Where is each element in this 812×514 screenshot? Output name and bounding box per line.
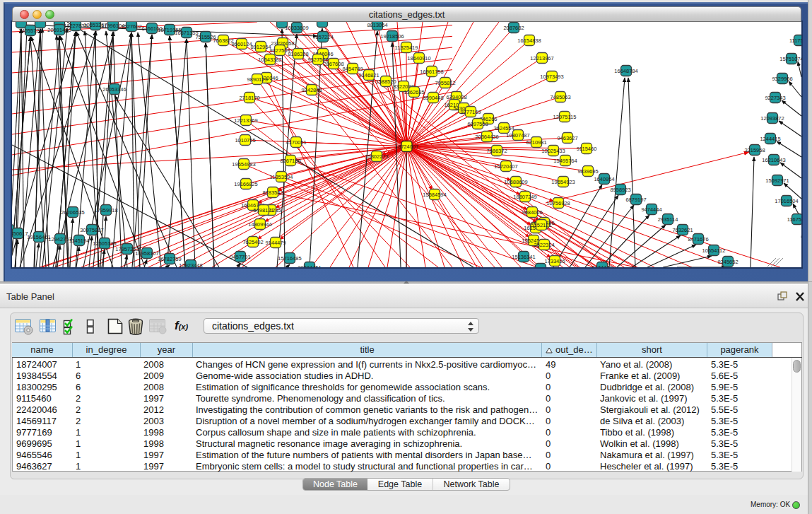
svg-text:9777169: 9777169 (460, 109, 481, 115)
svg-text:19218506: 19218506 (380, 33, 404, 40)
svg-text:3215958: 3215958 (744, 147, 765, 153)
svg-text:30975887: 30975887 (80, 227, 103, 233)
svg-text:10025433: 10025433 (541, 148, 565, 154)
svg-text:15495764: 15495764 (553, 158, 577, 164)
svg-text:16782759: 16782759 (158, 256, 181, 262)
svg-text:15720407: 15720407 (494, 163, 517, 170)
svg-text:10807487: 10807487 (506, 132, 529, 139)
svg-text:1733426: 1733426 (544, 258, 565, 264)
svg-text:16210643: 16210643 (762, 157, 785, 163)
svg-text:15302273: 15302273 (365, 153, 388, 160)
svg-text:7663822: 7663822 (213, 37, 233, 44)
svg-text:5152121: 5152121 (531, 222, 551, 228)
svg-text:1167534: 1167534 (787, 216, 801, 223)
svg-text:8958923: 8958923 (610, 187, 630, 193)
svg-text:16961758: 16961758 (420, 69, 443, 75)
svg-text:8267150: 8267150 (280, 158, 300, 164)
svg-text:6897568: 6897568 (467, 121, 488, 127)
svg-text:15136142: 15136142 (529, 266, 552, 267)
svg-text:2867608: 2867608 (323, 61, 343, 67)
svg-text:1362635: 1362635 (404, 89, 424, 95)
svg-text:6879197: 6879197 (625, 197, 646, 203)
svg-text:4170051: 4170051 (286, 139, 306, 146)
svg-text:9327509: 9327509 (269, 47, 290, 54)
svg-text:12975115: 12975115 (553, 114, 577, 120)
svg-text:9474444: 9474444 (641, 206, 661, 213)
svg-text:12942757: 12942757 (48, 236, 71, 243)
svg-text:8813054: 8813054 (367, 22, 387, 28)
svg-text:8471676: 8471676 (688, 236, 708, 243)
svg-text:12923448: 12923448 (179, 262, 202, 267)
svg-text:17359918: 17359918 (94, 207, 117, 214)
svg-text:15716485: 15716485 (278, 255, 301, 262)
svg-text:19156461: 19156461 (27, 234, 50, 240)
svg-text:15751074: 15751074 (779, 56, 801, 62)
svg-text:1117535: 1117535 (789, 37, 801, 44)
svg-text:9890123: 9890123 (247, 76, 267, 83)
svg-text:8454749: 8454749 (342, 66, 363, 72)
svg-text:7955812: 7955812 (435, 80, 455, 86)
svg-text:9245652: 9245652 (717, 259, 738, 265)
svg-text:9144479: 9144479 (265, 240, 286, 246)
svg-text:9146821: 9146821 (358, 72, 379, 78)
svg-text:9227343: 9227343 (765, 95, 785, 101)
svg-text:2087682: 2087682 (503, 25, 524, 31)
svg-text:10688609: 10688609 (504, 179, 527, 185)
svg-text:7886372: 7886372 (486, 148, 507, 154)
svg-text:18807249: 18807249 (513, 194, 536, 200)
svg-text:6210981: 6210981 (526, 139, 546, 146)
svg-text:15692971: 15692971 (765, 177, 789, 184)
svg-text:8990448: 8990448 (423, 95, 443, 101)
svg-text:10543382: 10543382 (258, 57, 281, 63)
svg-text:12213967: 12213967 (530, 55, 553, 62)
svg-text:2935114: 2935114 (658, 216, 678, 223)
svg-text:9463627: 9463627 (557, 135, 577, 141)
svg-text:1450617: 1450617 (12, 230, 28, 237)
svg-text:10973493: 10973493 (540, 74, 563, 80)
svg-text:7857224: 7857224 (312, 34, 333, 40)
svg-text:11325419: 11325419 (395, 45, 418, 51)
svg-text:9839695: 9839695 (577, 168, 598, 175)
svg-text:26206535: 26206535 (61, 209, 84, 216)
svg-text:19654923: 19654923 (551, 179, 575, 185)
svg-text:1010755: 1010755 (235, 137, 255, 144)
svg-text:3624554: 3624554 (493, 125, 514, 132)
svg-text:7632621: 7632621 (672, 227, 693, 233)
svg-text:18640910: 18640910 (407, 55, 430, 62)
svg-text:8912954: 8912954 (250, 44, 271, 50)
svg-text:19654983: 19654983 (232, 161, 255, 168)
svg-text:1640954: 1640954 (594, 176, 614, 182)
svg-text:19166825: 19166825 (234, 181, 257, 187)
svg-text:20684451: 20684451 (298, 264, 321, 267)
svg-text:7625402: 7625402 (242, 239, 263, 245)
svg-text:12093872: 12093872 (760, 115, 784, 122)
svg-text:1244415: 1244415 (760, 136, 780, 142)
svg-text:10958107: 10958107 (135, 250, 158, 257)
svg-text:12505135: 12505135 (93, 240, 116, 247)
svg-text:20364436: 20364436 (475, 134, 498, 140)
svg-text:9474449: 9474449 (592, 264, 612, 267)
svg-text:9242848: 9242848 (301, 87, 322, 93)
svg-text:12213369: 12213369 (234, 117, 257, 124)
svg-text:14809944: 14809944 (248, 221, 271, 228)
svg-text:16648784: 16648784 (614, 68, 637, 74)
svg-text:9115460: 9115460 (577, 146, 597, 152)
svg-text:1145194: 1145194 (69, 238, 90, 244)
svg-text:8660124: 8660124 (231, 41, 252, 47)
svg-text:8783542: 8783542 (262, 189, 283, 196)
svg-text:10756928: 10756928 (546, 200, 570, 206)
svg-text:1527602: 1527602 (121, 23, 141, 30)
svg-text:17016504: 17016504 (775, 198, 798, 204)
svg-text:15136141: 15136141 (512, 254, 535, 260)
svg-text:9457791: 9457791 (230, 254, 250, 260)
svg-text:16033809: 16033809 (285, 25, 308, 31)
svg-text:7485063: 7485063 (550, 94, 570, 100)
svg-text:9329966: 9329966 (772, 76, 792, 82)
svg-text:9084006: 9084006 (522, 209, 542, 216)
svg-text:10654112: 10654112 (702, 247, 726, 254)
svg-text:2522314: 2522314 (534, 242, 554, 248)
svg-text:8186328: 8186328 (288, 51, 308, 57)
svg-text:16154838: 16154838 (517, 37, 541, 44)
svg-text:14055725: 14055725 (18, 28, 42, 34)
svg-text:2718170: 2718170 (239, 95, 259, 101)
